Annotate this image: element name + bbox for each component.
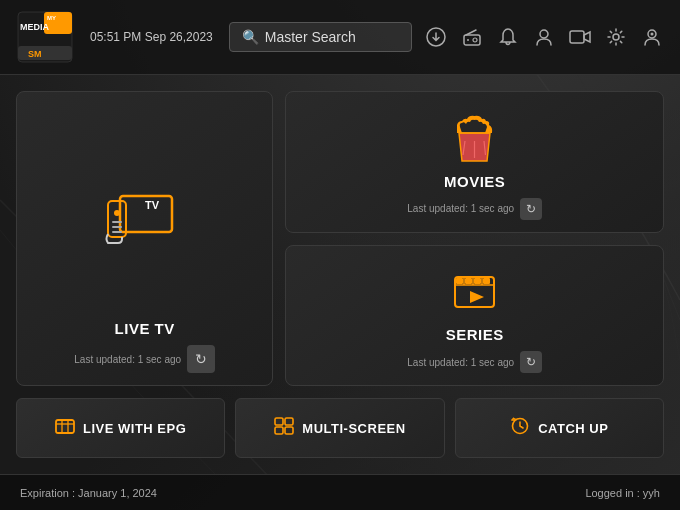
svg-rect-36 bbox=[275, 418, 283, 425]
multi-screen-button[interactable]: MULTI-SCREEN bbox=[235, 398, 444, 458]
live-tv-updated: Last updated: 1 sec ago ↻ bbox=[29, 345, 260, 373]
catch-up-button[interactable]: CATCH UP bbox=[455, 398, 664, 458]
movies-card[interactable]: MOVIES Last updated: 1 sec ago ↻ bbox=[285, 91, 664, 233]
svg-point-10 bbox=[540, 30, 548, 38]
svg-point-9 bbox=[467, 39, 469, 41]
svg-point-12 bbox=[613, 34, 619, 40]
svg-rect-29 bbox=[474, 278, 481, 284]
svg-rect-19 bbox=[112, 221, 122, 223]
search-icon: 🔍 bbox=[242, 29, 259, 45]
movies-icon-area bbox=[298, 104, 651, 173]
series-icon-area bbox=[298, 258, 651, 327]
profile2-icon[interactable] bbox=[640, 25, 664, 49]
radio-icon[interactable] bbox=[460, 25, 484, 49]
live-tv-card[interactable]: TV LIVE TV Last updated: 1 sec ago ↻ bbox=[16, 91, 273, 386]
svg-rect-32 bbox=[56, 420, 74, 433]
settings-icon[interactable] bbox=[604, 25, 628, 49]
main-content: TV LIVE TV Last updated: 1 sec ago ↻ bbox=[0, 75, 680, 474]
cards-row: TV LIVE TV Last updated: 1 sec ago ↻ bbox=[16, 91, 664, 386]
bell-icon[interactable] bbox=[496, 25, 520, 49]
user-icon[interactable] bbox=[532, 25, 556, 49]
series-refresh-btn[interactable]: ↻ bbox=[520, 351, 542, 373]
svg-rect-27 bbox=[456, 278, 463, 284]
series-icon bbox=[447, 267, 502, 317]
search-label: Master Search bbox=[265, 29, 356, 45]
svg-rect-7 bbox=[464, 35, 480, 45]
svg-point-8 bbox=[473, 38, 477, 42]
svg-point-14 bbox=[651, 33, 654, 36]
svg-rect-11 bbox=[570, 31, 584, 43]
svg-text:MEDIA: MEDIA bbox=[20, 22, 50, 32]
live-tv-icon: TV bbox=[100, 171, 190, 261]
footer: Expiration : January 1, 2024 Logged in :… bbox=[0, 474, 680, 510]
svg-text:TV: TV bbox=[145, 199, 160, 211]
svg-text:MY: MY bbox=[47, 15, 56, 21]
header-icons bbox=[424, 25, 664, 49]
live-epg-label: LIVE WITH EPG bbox=[83, 421, 186, 436]
bottom-row: LIVE WITH EPG MULTI-SCREEN bbox=[16, 398, 664, 458]
svg-text:SM: SM bbox=[28, 49, 42, 59]
svg-rect-37 bbox=[285, 418, 293, 425]
movies-title: MOVIES bbox=[444, 173, 505, 190]
multi-screen-label: MULTI-SCREEN bbox=[302, 421, 405, 436]
live-epg-icon bbox=[55, 417, 75, 440]
live-epg-button[interactable]: LIVE WITH EPG bbox=[16, 398, 225, 458]
svg-rect-39 bbox=[285, 427, 293, 434]
live-tv-refresh-btn[interactable]: ↻ bbox=[187, 345, 215, 373]
catch-up-icon bbox=[510, 417, 530, 440]
live-tv-title: LIVE TV bbox=[115, 320, 175, 337]
live-tv-icon-area: TV bbox=[29, 112, 260, 320]
series-title: SERIES bbox=[446, 326, 504, 343]
download-icon[interactable] bbox=[424, 25, 448, 49]
svg-point-18 bbox=[114, 210, 120, 216]
movies-updated: Last updated: 1 sec ago ↻ bbox=[298, 198, 651, 220]
catch-up-label: CATCH UP bbox=[538, 421, 608, 436]
series-updated: Last updated: 1 sec ago ↻ bbox=[298, 351, 651, 373]
svg-marker-31 bbox=[470, 291, 484, 303]
svg-rect-4 bbox=[18, 46, 72, 60]
svg-rect-38 bbox=[275, 427, 283, 434]
expiration-text: Expiration : January 1, 2024 bbox=[20, 487, 157, 499]
movies-refresh-btn[interactable]: ↻ bbox=[520, 198, 542, 220]
movies-icon bbox=[447, 113, 502, 163]
svg-rect-28 bbox=[465, 278, 472, 284]
logged-in-text: Logged in : yyh bbox=[585, 487, 660, 499]
svg-rect-20 bbox=[112, 226, 122, 228]
search-box[interactable]: 🔍 Master Search bbox=[229, 22, 412, 52]
multi-screen-icon bbox=[274, 417, 294, 440]
logo: MY MEDIA SM bbox=[16, 10, 74, 64]
svg-rect-21 bbox=[112, 231, 122, 233]
datetime-display: 05:51 PM Sep 26,2023 bbox=[90, 30, 213, 44]
record-icon[interactable] bbox=[568, 25, 592, 49]
svg-rect-30 bbox=[483, 278, 490, 284]
header: MY MEDIA SM 05:51 PM Sep 26,2023 🔍 Maste… bbox=[0, 0, 680, 75]
series-card[interactable]: SERIES Last updated: 1 sec ago ↻ bbox=[285, 245, 664, 387]
